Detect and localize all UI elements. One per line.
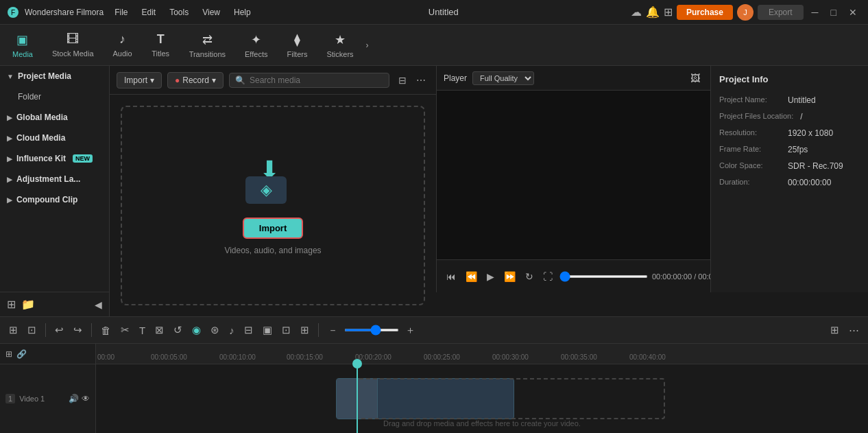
timeline-tracks: Drag and drop media and effects here to … [96, 364, 868, 433]
import-big-button[interactable]: Import [243, 218, 303, 239]
crop-button[interactable]: ⊠ [152, 322, 167, 338]
user-avatar[interactable]: J [737, 4, 754, 21]
cut-button[interactable]: ✂ [117, 322, 133, 338]
frame-forward-button[interactable]: ⏩ [501, 270, 518, 283]
duration-value: 00:00:00:00 [788, 178, 831, 187]
player-screenshot-button[interactable]: 🖼 [687, 71, 703, 86]
export-button[interactable]: Export [758, 5, 804, 20]
toolbar-media[interactable]: ▣ Media [3, 25, 43, 65]
zoom-slider[interactable] [344, 329, 399, 331]
add-track-icon[interactable]: ⊞ [5, 349, 12, 359]
import-button-small[interactable]: Import ▾ [117, 72, 162, 89]
menu-edit[interactable]: Edit [136, 5, 162, 20]
titlebar-menu: File Edit Tools View Help [109, 5, 256, 20]
titles-icon: T [157, 32, 165, 47]
audio-fx-button[interactable]: ♪ [226, 323, 238, 338]
sidebar-project-media[interactable]: ▼ Project Media [0, 66, 109, 86]
project-files-row: Project Files Location: / [719, 112, 860, 121]
icon-bell[interactable]: 🔔 [646, 5, 660, 19]
sidebar-folder[interactable]: Folder [3, 87, 106, 106]
media-toolbar: Import ▾ ● Record ▾ 🔍 ⊟ ⋯ [110, 66, 436, 95]
more-options-button[interactable]: ⋯ [845, 322, 863, 338]
sidebar-adjustment[interactable]: ▶ Adjustment La... [0, 169, 109, 189]
toolbar-more[interactable]: › [363, 25, 372, 65]
sidebar-global-media[interactable]: ▶ Global Media [0, 107, 109, 128]
audio-label: Audio [113, 49, 132, 58]
overlay2-button[interactable]: ⊡ [278, 322, 294, 338]
split-button[interactable]: ⊟ [241, 322, 256, 338]
sidebar: ▼ Project Media Folder ▶ Global Media ▶ … [0, 66, 110, 316]
chevron-right-icon: ▶ [7, 114, 12, 121]
redo-button[interactable]: ↪ [70, 322, 86, 338]
menu-view[interactable]: View [197, 5, 226, 20]
ai-button[interactable]: ⊛ [207, 322, 223, 338]
rotate-button[interactable]: ↺ [170, 322, 186, 338]
minimize-button[interactable]: ─ [808, 5, 823, 19]
toolbar-audio[interactable]: ♪ Audio [104, 25, 142, 65]
color-wheel-button[interactable]: ◉ [189, 322, 204, 338]
scene-detect-button[interactable]: ⊞ [5, 322, 21, 338]
track-eye-icon[interactable]: 👁 [82, 394, 90, 403]
playback-slider[interactable] [559, 275, 648, 278]
overlay3-button[interactable]: ⊞ [297, 322, 313, 338]
collapse-sidebar-icon[interactable]: ◀ [95, 299, 102, 310]
toolbar-filters[interactable]: ⧫ Filters [277, 25, 317, 65]
purchase-button[interactable]: Purchase [677, 5, 733, 20]
loop-button[interactable]: ↻ [522, 270, 536, 283]
toolbar-separator-2 [91, 323, 92, 337]
toolbar-titles[interactable]: T Titles [142, 25, 180, 65]
project-media-label: Project Media [18, 71, 71, 81]
create-bin-icon[interactable]: 📁 [21, 298, 35, 311]
toolbar-effects[interactable]: ✦ Effects [235, 25, 277, 65]
toolbar-stickers[interactable]: ★ Stickers [317, 25, 363, 65]
delete-button[interactable]: 🗑 [97, 323, 114, 338]
toolbar-stock-media[interactable]: 🎞 Stock Media [43, 25, 104, 65]
import-description: Videos, audio, and images [224, 246, 321, 255]
titlebar-right: ☁ 🔔 ⊞ Purchase J Export ─ □ ✕ [631, 4, 861, 21]
video-overlay-button[interactable]: ▣ [259, 322, 276, 338]
app-logo: F [7, 6, 19, 19]
menu-tools[interactable]: Tools [164, 5, 194, 20]
frame-backward-button[interactable]: ⏪ [463, 270, 480, 283]
menu-help[interactable]: Help [228, 5, 256, 20]
magnetic-button[interactable]: ⊡ [24, 322, 40, 338]
maximize-button[interactable]: □ [827, 5, 841, 19]
filter-action-button[interactable]: ⊟ [395, 73, 410, 88]
more-action-button[interactable]: ⋯ [413, 73, 429, 88]
search-box: 🔍 [229, 73, 389, 88]
quality-select[interactable]: Full Quality [472, 71, 534, 85]
record-dot-icon: ● [175, 75, 180, 85]
playhead[interactable] [357, 364, 358, 433]
full-screen-button[interactable]: ⛶ [540, 270, 555, 283]
playhead-handle[interactable] [352, 359, 362, 368]
icon-cloud[interactable]: ☁ [631, 5, 642, 19]
app-title: Wondershare Filmora [25, 8, 104, 17]
video-1-label: Video 1 [19, 395, 45, 403]
sidebar-compound-clip[interactable]: ▶ Compound Clip [0, 189, 109, 210]
toolbar-transitions[interactable]: ⇄ Transitions [180, 25, 235, 65]
cloud-media-label: Cloud Media [16, 133, 65, 143]
undo-button[interactable]: ↩ [51, 322, 67, 338]
new-badge: NEW [73, 154, 93, 163]
zoom-out-button[interactable]: － [324, 322, 341, 339]
record-button-small[interactable]: ● Record ▾ [167, 72, 224, 89]
media-icon: ▣ [16, 32, 28, 47]
icon-grid[interactable]: ⊞ [664, 5, 673, 19]
link-icon[interactable]: 🔗 [16, 349, 27, 359]
menu-file[interactable]: File [109, 5, 133, 20]
text-button[interactable]: T [136, 323, 149, 338]
ruler-mark-3: 00:00:15:00 [287, 353, 323, 361]
compound-clip-label: Compound Clip [16, 195, 77, 204]
track-speaker-icon[interactable]: 🔊 [69, 394, 79, 403]
timeline-header-controls: ⊞ 🔗 [0, 344, 95, 364]
step-backward-button[interactable]: ⏮ [444, 270, 459, 283]
sidebar-influence-kit[interactable]: ▶ Influence Kit NEW [0, 148, 109, 169]
layout-button[interactable]: ⊞ [827, 322, 843, 338]
add-folder-icon[interactable]: ⊞ [7, 298, 16, 311]
effects-label: Effects [245, 50, 267, 58]
close-button[interactable]: ✕ [845, 5, 861, 19]
search-input[interactable] [250, 75, 383, 85]
play-button[interactable]: ▶ [484, 270, 497, 283]
sidebar-cloud-media[interactable]: ▶ Cloud Media [0, 128, 109, 148]
zoom-in-button[interactable]: ＋ [402, 322, 419, 339]
